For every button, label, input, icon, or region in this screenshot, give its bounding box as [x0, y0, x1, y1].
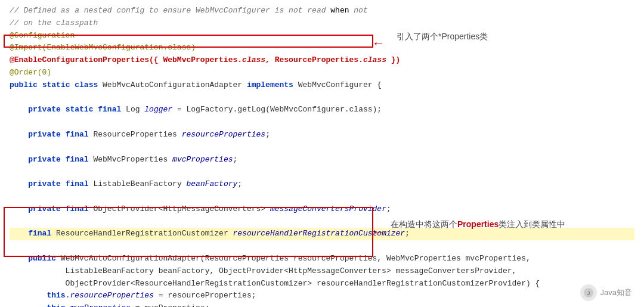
code-line-1: // Defined as a nested config to ensure …	[10, 5, 634, 17]
arrow-icon-1: ←	[374, 38, 382, 51]
code-line-6: @Order(0)	[10, 67, 634, 79]
watermark: J Java知音	[580, 284, 632, 301]
code-line-10	[10, 116, 634, 129]
code-line-23: ObjectProvider<ResourceHandlerRegistrati…	[10, 278, 634, 290]
code-line-8	[10, 92, 634, 104]
arrow-icon-2: ←	[374, 227, 382, 240]
code-line-12	[10, 141, 634, 154]
code-line-25: this.mvcProperties = mvcProperties;	[10, 302, 634, 307]
callout-1: 引入了两个*Properties类	[397, 30, 488, 43]
logo-icon: J	[583, 287, 594, 298]
code-line-13: private final WebMvcProperties mvcProper…	[10, 154, 634, 166]
code-line-15: private final ListableBeanFactory beanFa…	[10, 178, 634, 191]
watermark-icon: J	[580, 284, 597, 301]
code-line-24: this.resourceProperties = resourceProper…	[10, 290, 634, 302]
code-line-7: public static class WebMvcAutoConfigurat…	[10, 79, 634, 92]
code-container: // Defined as a nested config to ensure …	[0, 0, 644, 307]
code-line-21: public WebMvcAutoConfigurationAdapter(Re…	[10, 253, 634, 265]
code-line-14	[10, 166, 634, 178]
callout-2-text: 在构造中将这两个Properties类注入到类属性中	[391, 219, 565, 229]
callout-1-text: 引入了两个*Properties类	[397, 32, 488, 41]
callout-2: 在构造中将这两个Properties类注入到类属性中	[391, 218, 565, 231]
svg-text:J: J	[587, 290, 590, 296]
code-line-4: @Import(EnableWebMvcConfiguration.class)	[10, 42, 634, 54]
code-line-5: @EnableConfigurationProperties({ WebMvcP…	[10, 54, 634, 67]
code-line-2: // on the classpath	[10, 17, 634, 30]
code-line-17: private final ObjectProvider<HttpMessage…	[10, 203, 634, 216]
watermark-text: Java知音	[600, 287, 632, 299]
code-line-9: private static final Log logger = LogFac…	[10, 104, 634, 116]
code-line-11: private final ResourceProperties resourc…	[10, 129, 634, 141]
code-line-22: ListableBeanFactory beanFactory, ObjectP…	[10, 265, 634, 278]
code-line-20	[10, 240, 634, 253]
code-line-16	[10, 191, 634, 203]
code-line-3: @Configuration	[10, 30, 634, 42]
